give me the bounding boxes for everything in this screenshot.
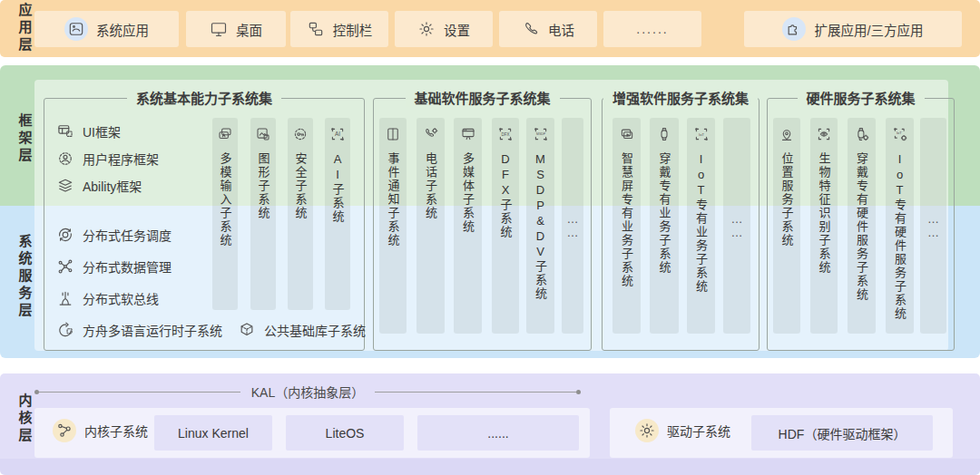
distributed-task-icon: [56, 226, 74, 244]
app-item-label: 电话: [548, 20, 574, 39]
framework-item-user-program: 用户程序框架: [56, 149, 159, 169]
column-label: AI子系统: [332, 152, 344, 224]
setbox-title: 增强软件服务子系统集: [603, 90, 758, 107]
column-label: 穿戴专有业务子系统: [659, 152, 671, 275]
msdp-dv-icon: MSDP: [533, 126, 549, 142]
service-item-common-library: 公共基础库子系统: [238, 320, 366, 340]
column-iot-hardware: IoT IoT专有硬件服务子系统: [886, 118, 914, 334]
driver-subsystem-label: 驱动子系统: [667, 422, 730, 440]
column-biometric: 生物特征识别子系统: [810, 118, 838, 334]
column-more: ……: [562, 118, 583, 334]
app-item-label: 设置: [444, 20, 470, 39]
phone-icon: [522, 20, 540, 38]
column-security: 安全子系统: [288, 118, 313, 310]
column-label: 图形子系统: [258, 152, 270, 220]
column-dfx: DFX DFX子系统: [492, 118, 519, 334]
dfx-icon: DFX: [497, 126, 514, 142]
framework-item-label: 用户程序框架: [83, 150, 159, 168]
app-item-phone: 电话: [499, 11, 597, 47]
wearable-icon: [656, 126, 672, 142]
app-item-label: 扩展应用/三方应用: [814, 20, 923, 39]
security-icon: [292, 126, 309, 142]
ability-framework-icon: [56, 177, 74, 195]
column-telephony: 电话子系统: [416, 118, 445, 334]
setbox-title: 硬件服务子系统集: [797, 90, 924, 107]
telephony-icon: [423, 126, 439, 142]
column-smart-screen: 智慧屏专有业务子系统: [612, 118, 641, 334]
framework-layer-label: 框架层: [15, 98, 34, 179]
column-label: 位置服务子系统: [781, 152, 793, 247]
column-graphics: 图形子系统: [250, 118, 276, 310]
multimodal-input-icon: [217, 126, 233, 142]
kernel-layer-label: 内核层: [15, 373, 34, 464]
puzzle-icon: [785, 20, 803, 38]
service-item-data-management: 分布式数据管理: [56, 257, 172, 276]
ark-runtime-icon: [56, 321, 74, 339]
app-item-desktop: 桌面: [186, 11, 286, 47]
user-program-framework-icon: [56, 150, 74, 168]
service-item-label: 分布式任务调度: [83, 226, 172, 244]
service-item-ark-runtime: 方舟多语言运行时子系统: [56, 320, 222, 340]
column-iot: IoT IoT专有业务子系统: [687, 118, 715, 334]
framework-item-label: UI框架: [83, 122, 121, 141]
service-item-label: 分布式软总线: [83, 289, 159, 307]
column-label: MSDP&DV子系统: [534, 152, 546, 301]
column-event-notification: 事件通知子系统: [379, 118, 407, 334]
kal-line: [39, 392, 240, 393]
service-item-task-scheduling: 分布式任务调度: [56, 225, 172, 245]
app-item-control-bar: 控制栏: [290, 11, 388, 47]
ai-icon: AI: [329, 126, 346, 142]
ellipsis-text: ……: [731, 212, 743, 239]
svg-text:AI: AI: [335, 131, 340, 137]
multimedia-icon: [460, 126, 476, 142]
driver-gear-icon-circle: [635, 419, 659, 442]
driver-subsystem-box: 驱动子系统 HDF（硬件驱动框架）: [610, 408, 953, 458]
framework-item-label: Ability框架: [83, 177, 142, 195]
puzzle-icon-circle: [782, 17, 806, 41]
settings-gear-icon: [417, 20, 436, 38]
system-app-icon: [67, 20, 85, 38]
column-multimodal-input: 多模输入子系统: [212, 118, 238, 310]
framework-item-ability: Ability框架: [56, 176, 142, 196]
column-label: 穿戴专有硬件服务子系统: [856, 152, 867, 302]
smart-screen-icon: [619, 126, 635, 142]
app-item-label: 控制栏: [333, 20, 373, 39]
graphics-icon: [255, 126, 271, 142]
column-label: 智慧屏专有业务子系统: [621, 152, 632, 288]
ellipsis-text: ……: [927, 212, 939, 239]
setbox-title: 系统基本能力子系统集: [127, 90, 281, 107]
column-label: 安全子系统: [295, 152, 307, 220]
kernel-option-more: ......: [417, 415, 579, 451]
column-more: ……: [723, 118, 750, 334]
wearable-hardware-icon: [854, 126, 870, 142]
distributed-softbus-icon: [56, 289, 74, 307]
app-item-label: 系统应用: [96, 20, 149, 39]
kernel-subsystem-label: 内核子系统: [84, 422, 148, 440]
app-item-label: 桌面: [236, 20, 262, 39]
app-item-more: ......: [603, 11, 701, 47]
line-end-dot: [576, 390, 581, 394]
driver-gear-icon: [638, 422, 656, 440]
control-bar-icon: [307, 20, 325, 38]
svg-text:MSDP: MSDP: [536, 132, 546, 136]
ellipsis-text: ……: [567, 212, 579, 239]
column-label: 多模输入子系统: [220, 152, 231, 247]
common-library-icon: [238, 321, 256, 339]
iot-icon: IoT: [693, 126, 710, 142]
iot-hardware-icon: IoT: [892, 126, 908, 142]
column-multimedia: 多媒体子系统: [454, 118, 482, 334]
column-msdp-dv: MSDP MSDP&DV子系统: [526, 118, 554, 334]
setbox-title: 基础软件服务子系统集: [405, 90, 559, 107]
svg-text:IoT: IoT: [896, 131, 901, 135]
system-app-icon-circle: [64, 17, 88, 41]
harmonyos-architecture-diagram: 应用层 系统应用 桌面 控制栏 设置 电话 ...... 扩展应用/三方应用 框…: [0, 0, 980, 475]
framework-item-ui: UI框架: [56, 121, 121, 141]
app-layer-label: 应用层: [15, 0, 34, 57]
app-item-system-apps: 系统应用: [34, 11, 179, 47]
kal-divider: KAL（内核抽象层）: [34, 384, 581, 399]
kal-title: KAL（内核抽象层）: [240, 383, 375, 401]
driver-subsystem-item: 驱动子系统: [635, 421, 730, 441]
kal-line: [375, 392, 576, 393]
app-item-extension-apps: 扩展应用/三方应用: [744, 11, 962, 47]
distributed-data-icon: [56, 257, 74, 276]
